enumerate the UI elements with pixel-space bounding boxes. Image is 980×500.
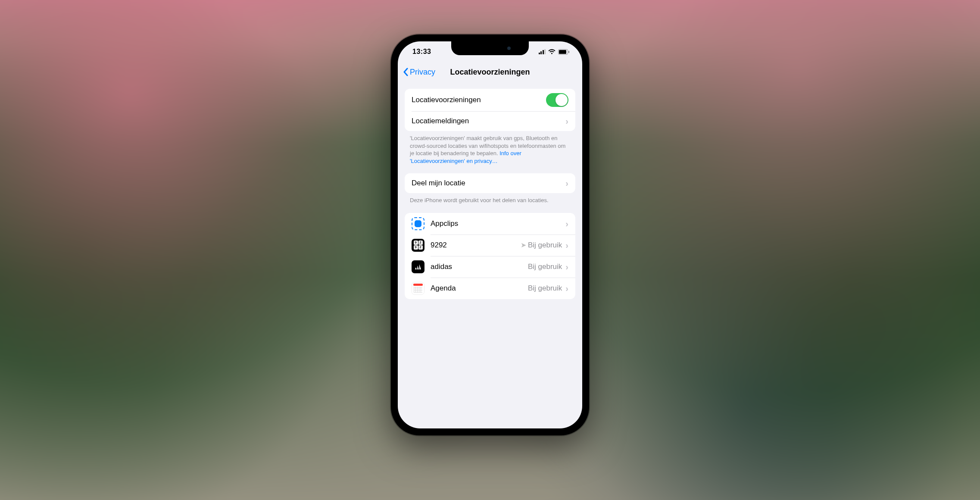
- page-title: Locatievoorzieningen: [398, 68, 582, 77]
- app-status: Bij gebruik: [528, 262, 562, 271]
- phone-screen: 13:33 Privacy Locatievoorzieningen Locat…: [398, 41, 582, 428]
- adidas-icon: [412, 260, 424, 273]
- row-app-agenda[interactable]: Agenda Bij gebruik ›: [405, 278, 575, 299]
- location-arrow-icon: ➤: [521, 241, 526, 249]
- chevron-right-icon: ›: [565, 117, 568, 125]
- chevron-right-icon: ›: [565, 179, 568, 188]
- app-name: Agenda: [431, 284, 528, 293]
- row-label: Locatiemeldingen: [412, 117, 562, 125]
- row-app-appclips[interactable]: Appclips ›: [405, 213, 575, 234]
- row-share-my-location[interactable]: Deel mijn locatie ›: [405, 173, 575, 193]
- chevron-right-icon: ›: [565, 219, 568, 228]
- svg-rect-2: [568, 51, 569, 53]
- toggle-switch[interactable]: [546, 93, 568, 107]
- row-location-notifications[interactable]: Locatiemeldingen ›: [405, 111, 575, 131]
- phone-frame: 13:33 Privacy Locatievoorzieningen Locat…: [391, 34, 589, 435]
- status-time: 13:33: [412, 48, 431, 56]
- wifi-icon: [548, 49, 556, 54]
- cellular-signal-icon: [539, 49, 546, 54]
- status-indicators: [539, 49, 570, 55]
- app-name: Appclips: [431, 219, 562, 228]
- agenda-icon: [412, 282, 424, 295]
- row-label: Deel mijn locatie: [412, 179, 562, 188]
- scroll-content[interactable]: Locatievoorzieningen Locatiemeldingen › …: [398, 82, 582, 428]
- row-app-9292[interactable]: 9292 9292 ➤ Bij gebruik ›: [405, 234, 575, 256]
- appclips-icon: [412, 217, 424, 230]
- footer-text: Deze iPhone wordt gebruikt voor het dele…: [410, 197, 549, 203]
- section-footer: 'Locatievoorzieningen' maakt gebruik van…: [398, 131, 582, 166]
- app-name: 9292: [431, 241, 521, 250]
- settings-group-location: Locatievoorzieningen Locatiemeldingen ›: [405, 89, 575, 131]
- section-footer: Deze iPhone wordt gebruikt voor het dele…: [398, 193, 582, 206]
- navigation-bar: Privacy Locatievoorzieningen: [398, 62, 582, 82]
- app-status: Bij gebruik: [528, 241, 562, 250]
- phone-notch: [451, 41, 529, 55]
- chevron-right-icon: ›: [565, 241, 568, 250]
- chevron-right-icon: ›: [565, 262, 568, 271]
- row-app-adidas[interactable]: adidas Bij gebruik ›: [405, 256, 575, 278]
- battery-icon: [558, 49, 569, 55]
- settings-group-apps: Appclips › 9292 9292 ➤ Bij gebruik › adi…: [405, 213, 575, 299]
- app-status: Bij gebruik: [528, 284, 562, 293]
- settings-group-share: Deel mijn locatie ›: [405, 173, 575, 193]
- app-name: adidas: [431, 262, 528, 271]
- footer-text: 'Locatievoorzieningen' maakt gebruik van…: [410, 135, 565, 156]
- chevron-right-icon: ›: [565, 284, 568, 293]
- svg-rect-1: [559, 50, 566, 54]
- row-label: Locatievoorzieningen: [412, 96, 546, 104]
- row-location-services-toggle[interactable]: Locatievoorzieningen: [405, 89, 575, 111]
- 9292-icon: 9292: [412, 239, 424, 252]
